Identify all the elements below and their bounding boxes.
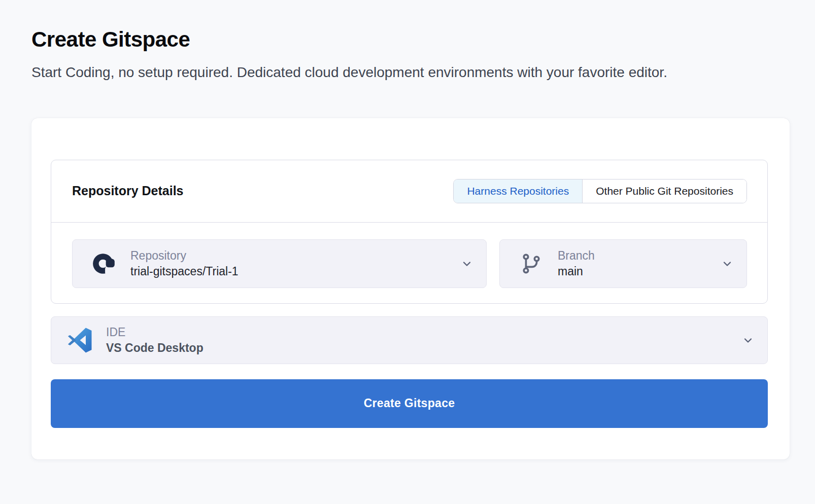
repository-details-header: Repository Details Harness Repositories …	[51, 160, 767, 223]
harness-logo-icon	[91, 251, 117, 276]
chevron-down-icon	[461, 258, 473, 270]
ide-select[interactable]: IDE VS Code Desktop	[51, 316, 768, 364]
branch-field-value: main	[558, 265, 595, 278]
repository-field-text: Repository trial-gitspaces/Trial-1	[130, 249, 239, 278]
branch-field-label: Branch	[558, 249, 595, 262]
section-title: Repository Details	[72, 184, 184, 198]
repo-source-tabs: Harness Repositories Other Public Git Re…	[453, 179, 747, 203]
tab-harness-repositories[interactable]: Harness Repositories	[454, 179, 582, 203]
create-gitspace-page: Create Gitspace Start Coding, no setup r…	[0, 27, 815, 459]
branch-field-text: Branch main	[558, 249, 595, 278]
ide-field-text: IDE VS Code Desktop	[106, 326, 203, 355]
tab-other-public-git-repositories[interactable]: Other Public Git Repositories	[582, 179, 746, 203]
repository-field-label: Repository	[130, 249, 239, 262]
repository-select[interactable]: Repository trial-gitspaces/Trial-1	[72, 239, 487, 288]
repository-field-value: trial-gitspaces/Trial-1	[130, 265, 239, 278]
repository-details-body: Repository trial-gitspaces/Trial-1	[51, 223, 767, 303]
page-subtitle: Start Coding, no setup required. Dedicat…	[31, 63, 747, 83]
ide-field-value: VS Code Desktop	[106, 341, 203, 354]
chevron-down-icon	[721, 258, 733, 270]
ide-field-label: IDE	[106, 326, 203, 339]
create-gitspace-button[interactable]: Create Gitspace	[51, 379, 768, 428]
page-title: Create Gitspace	[31, 27, 784, 52]
branch-select[interactable]: Branch main	[499, 239, 747, 288]
vscode-icon	[66, 328, 93, 353]
gitspace-form-card: Repository Details Harness Repositories …	[31, 118, 790, 459]
git-branch-icon	[518, 252, 545, 275]
repository-details-section: Repository Details Harness Repositories …	[51, 160, 768, 304]
chevron-down-icon	[742, 334, 754, 346]
